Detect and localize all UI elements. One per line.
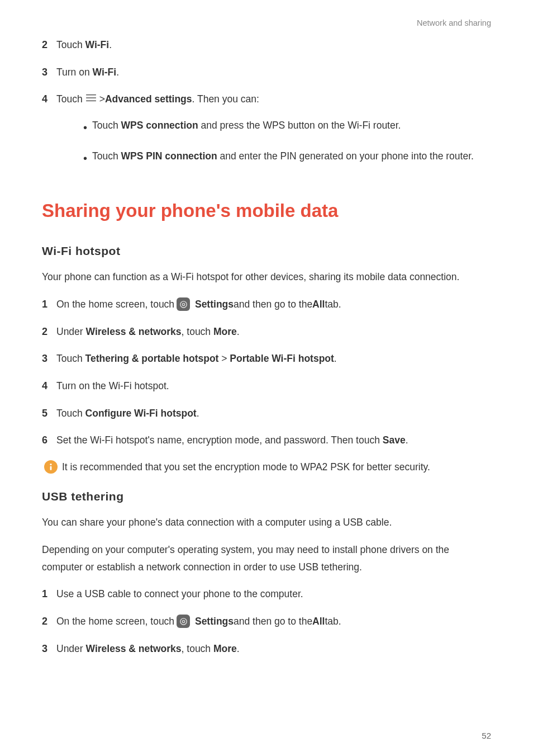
text: and then go to the — [234, 613, 312, 630]
page-number: 52 — [482, 729, 491, 743]
page-header: Network and sharing — [42, 17, 491, 30]
step-b6: 6 Set the Wi-Fi hotspot's name, encrypti… — [42, 432, 491, 449]
text: Touch — [92, 150, 121, 162]
info-text: It is recommended that you set the encry… — [62, 459, 491, 475]
step-content: Touch Configure Wi-Fi hotspot. — [56, 405, 491, 422]
svg-rect-6 — [50, 466, 52, 470]
text: , touch — [182, 643, 213, 654]
info-callout: It is recommended that you set the encry… — [44, 459, 491, 475]
text: On the home screen, touch — [56, 613, 174, 630]
settings-icon — [177, 615, 190, 628]
step-b3: 3 Touch Tethering & portable hotspot > P… — [42, 350, 491, 367]
text: . — [237, 326, 240, 337]
text: Under — [56, 643, 86, 654]
bold-text: WPS connection — [121, 120, 198, 131]
bold-text: More — [213, 643, 237, 654]
step-content: Set the Wi-Fi hotspot's name, encryption… — [56, 432, 491, 449]
svg-point-4 — [182, 303, 184, 305]
bullet-item: Touch WPS PIN connection and enter the P… — [83, 148, 491, 168]
bold-text: Configure Wi-Fi hotspot — [85, 408, 197, 419]
text: Touch — [56, 39, 85, 50]
step-number: 2 — [42, 613, 53, 630]
step-c2: 2 On the home screen, touch Settings and… — [42, 613, 491, 630]
step-number: 2 — [42, 37, 53, 53]
bold-text: More — [213, 326, 237, 337]
step-content: Under Wireless & networks, touch More. — [56, 323, 491, 341]
step-content: Use a USB cable to connect your phone to… — [56, 585, 491, 603]
text: > — [99, 91, 105, 108]
bullet-list: Touch WPS connection and press the WPS b… — [83, 117, 491, 168]
step-number: 3 — [42, 641, 53, 657]
step-a3: 3 Turn on Wi-Fi. — [42, 64, 491, 81]
text: > — [218, 353, 230, 364]
svg-point-7 — [180, 618, 186, 625]
text: . Then you can: — [192, 91, 259, 108]
text: and enter the PIN generated on your phon… — [217, 150, 474, 162]
settings-icon — [177, 297, 190, 311]
info-icon — [44, 460, 58, 474]
text: Touch — [56, 408, 85, 419]
step-content: Touch > Advanced settings. Then you can:… — [56, 91, 491, 178]
svg-point-5 — [50, 464, 51, 465]
bullet-dot-icon — [83, 149, 92, 168]
svg-point-3 — [180, 301, 186, 308]
bullet-item: Touch WPS connection and press the WPS b… — [83, 117, 491, 138]
bold-text: Wireless & networks — [86, 643, 182, 654]
bold-text: Portable Wi-Fi hotspot — [230, 353, 334, 364]
text: and then go to the — [234, 296, 312, 313]
bold-text: Wi-Fi — [93, 67, 117, 78]
step-number: 3 — [42, 64, 53, 81]
paragraph: Your phone can function as a Wi-Fi hotsp… — [42, 268, 491, 286]
step-content: Touch Tethering & portable hotspot > Por… — [56, 350, 491, 367]
step-b4: 4 Turn on the Wi-Fi hotspot. — [42, 377, 491, 395]
step-number: 3 — [42, 351, 53, 367]
bold-text: Advanced settings — [105, 91, 192, 108]
bold-text: WPS PIN connection — [121, 150, 217, 162]
menu-icon — [85, 91, 97, 108]
step-a2: 2 Touch Wi-Fi. — [42, 36, 491, 54]
bold-text: Settings — [195, 613, 234, 630]
text: . — [237, 643, 240, 654]
text: . — [109, 39, 112, 50]
step-content: Turn on the Wi-Fi hotspot. — [56, 377, 491, 395]
step-content: Touch Wi-Fi. — [56, 36, 491, 54]
text: . — [406, 434, 408, 446]
text: Touch — [56, 91, 83, 108]
sub-heading-usb-tethering: USB tethering — [42, 487, 491, 506]
sub-heading-wifi-hotspot: Wi-Fi hotspot — [42, 242, 491, 261]
paragraph: You can share your phone's data connecti… — [42, 514, 491, 531]
bullet-dot-icon — [83, 118, 92, 138]
step-content: On the home screen, touch Settings and t… — [56, 613, 491, 630]
bold-text: Settings — [195, 296, 234, 313]
bold-text: Save — [383, 434, 406, 446]
text: , touch — [182, 326, 213, 337]
step-a4: 4 Touch > Advanced settings. Then you ca… — [42, 91, 491, 178]
step-number: 4 — [42, 378, 53, 394]
bold-text: Tethering & portable hotspot — [85, 353, 219, 364]
text: Under — [56, 326, 86, 337]
text: Set the Wi-Fi hotspot's name, encryption… — [56, 434, 383, 446]
step-content: On the home screen, touch Settings and t… — [56, 296, 491, 313]
step-number: 1 — [42, 296, 53, 313]
step-number: 1 — [42, 586, 53, 602]
text: On the home screen, touch — [56, 296, 174, 313]
step-c1: 1 Use a USB cable to connect your phone … — [42, 585, 491, 603]
text: . — [334, 353, 337, 364]
text: and press the WPS button on the Wi-Fi ro… — [198, 120, 401, 131]
step-content: Under Wireless & networks, touch More. — [56, 640, 491, 658]
step-c3: 3 Under Wireless & networks, touch More. — [42, 640, 491, 658]
step-number: 5 — [42, 405, 53, 422]
step-b2: 2 Under Wireless & networks, touch More. — [42, 323, 491, 341]
text: Touch — [92, 120, 121, 131]
step-number: 2 — [42, 324, 53, 340]
text: Turn on — [56, 67, 93, 78]
bold-text: All — [312, 613, 325, 630]
step-content: Turn on Wi-Fi. — [56, 64, 491, 81]
paragraph: Depending on your computer's operating s… — [42, 541, 491, 575]
step-b1: 1 On the home screen, touch Settings and… — [42, 296, 491, 313]
bold-text: Wireless & networks — [86, 326, 182, 337]
svg-point-8 — [182, 620, 184, 622]
step-number: 4 — [42, 91, 53, 107]
bullet-text: Touch WPS connection and press the WPS b… — [92, 117, 491, 134]
section-heading: Sharing your phone's mobile data — [42, 196, 491, 226]
